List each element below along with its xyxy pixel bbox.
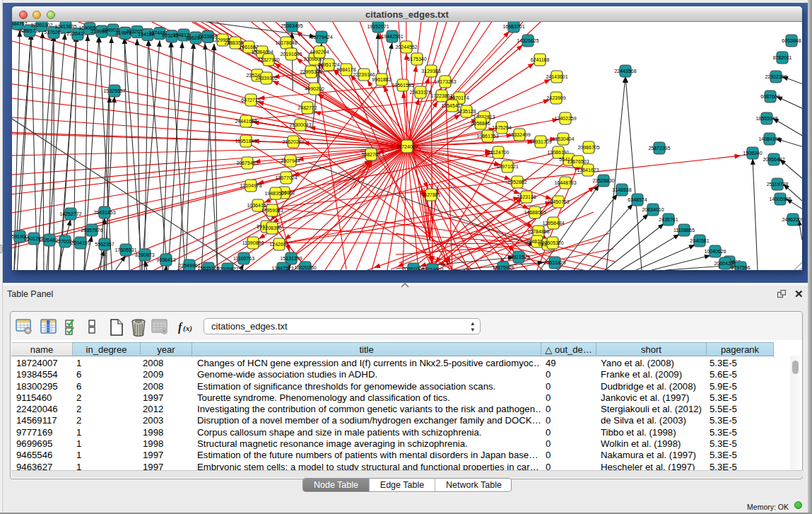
svg-text:12104978: 12104978 [240, 183, 261, 188]
svg-text:2204155: 2204155 [71, 240, 90, 245]
svg-text:16448783: 16448783 [554, 180, 576, 185]
svg-text:18971021: 18971021 [496, 164, 518, 169]
svg-text:17605531: 17605531 [114, 247, 136, 252]
svg-text:12402259: 12402259 [554, 116, 576, 121]
svg-text:13958484: 13958484 [542, 221, 564, 226]
svg-text:3129383: 3129383 [421, 69, 440, 74]
svg-text:22443568: 22443568 [614, 69, 636, 74]
svg-text:25119728: 25119728 [767, 182, 789, 187]
svg-text:25431853: 25431853 [93, 210, 115, 215]
svg-text:13641673: 13641673 [577, 168, 599, 173]
svg-text:16983761: 16983761 [502, 24, 524, 29]
svg-text:2482772: 2482772 [298, 105, 317, 110]
svg-text:20675483: 20675483 [236, 160, 258, 165]
svg-text:22026827: 22026827 [216, 267, 238, 271]
svg-text:15131399: 15131399 [280, 256, 302, 261]
svg-text:24339302: 24339302 [255, 76, 277, 81]
svg-text:22995305: 22995305 [300, 69, 322, 74]
svg-text:2435761: 2435761 [659, 217, 678, 222]
svg-text:14252772: 14252772 [59, 211, 81, 216]
svg-text:21124700: 21124700 [488, 150, 510, 155]
svg-text:15325557: 15325557 [103, 88, 125, 93]
svg-text:10040626: 10040626 [704, 249, 726, 254]
svg-text:6472715: 6472715 [241, 98, 260, 103]
svg-text:19483507: 19483507 [264, 191, 286, 196]
svg-text:10364152: 10364152 [247, 203, 269, 208]
svg-text:22302388: 22302388 [765, 74, 787, 79]
svg-text:15332499: 15332499 [508, 132, 530, 137]
svg-text:4990200: 4990200 [305, 86, 324, 91]
svg-text:1961682: 1961682 [239, 45, 258, 49]
svg-text:14005985: 14005985 [769, 197, 791, 201]
svg-text:6087602: 6087602 [760, 94, 779, 99]
svg-text:8280873: 8280873 [135, 252, 154, 257]
svg-text:20986705: 20986705 [577, 145, 599, 150]
svg-text:5175340: 5175340 [407, 57, 426, 62]
svg-text:1508240: 1508240 [743, 151, 762, 156]
svg-text:14084105: 14084105 [758, 136, 780, 141]
svg-text:19178648: 19178648 [275, 40, 297, 45]
svg-text:8782011: 8782011 [773, 55, 792, 60]
svg-text:23528830: 23528830 [592, 178, 614, 183]
svg-text:10861353: 10861353 [476, 134, 498, 139]
svg-text:3235128: 3235128 [457, 109, 476, 114]
svg-text:21620289: 21620289 [282, 139, 304, 144]
svg-text:5562357: 5562357 [95, 242, 114, 247]
svg-text:10784888: 10784888 [527, 229, 549, 234]
svg-text:7623136: 7623136 [517, 194, 536, 199]
svg-text:10561585: 10561585 [392, 83, 413, 88]
svg-text:6348574: 6348574 [628, 197, 647, 202]
svg-text:20191645: 20191645 [280, 52, 302, 57]
svg-text:6053848: 6053848 [782, 38, 801, 43]
svg-text:24962209: 24962209 [782, 217, 802, 222]
svg-text:22433176: 22433176 [409, 90, 431, 95]
svg-text:20244552: 20244552 [395, 45, 417, 49]
svg-text:13676503: 13676503 [567, 159, 589, 164]
svg-text:13947523: 13947523 [271, 266, 293, 271]
svg-text:12545415: 12545415 [441, 103, 463, 108]
svg-text:2208390: 2208390 [262, 226, 281, 230]
svg-text:20834010: 20834010 [642, 207, 664, 212]
svg-text:(x): (x) [183, 324, 192, 333]
svg-text:11530404: 11530404 [553, 136, 575, 141]
svg-text:9656413: 9656413 [156, 257, 175, 262]
svg-text:17959093: 17959093 [261, 208, 283, 213]
svg-text:24951724: 24951724 [317, 62, 339, 67]
svg-text:19442561: 19442561 [381, 34, 403, 39]
svg-text:24143601: 24143601 [546, 74, 567, 79]
svg-text:2507944: 2507944 [281, 158, 300, 163]
svg-text:1242690: 1242690 [269, 242, 288, 247]
svg-text:18724007: 18724007 [396, 144, 418, 149]
svg-text:2052862: 2052862 [507, 180, 526, 185]
svg-text:18450753: 18450753 [547, 199, 569, 204]
svg-text:20956482: 20956482 [763, 157, 784, 162]
svg-text:21300043: 21300043 [289, 122, 311, 127]
svg-text:6058846: 6058846 [471, 121, 490, 126]
svg-text:18020250: 18020250 [294, 265, 316, 270]
svg-text:8797596: 8797596 [731, 265, 750, 270]
svg-text:11100763: 11100763 [233, 256, 254, 261]
svg-text:14675976: 14675976 [492, 265, 514, 270]
svg-text:2423909: 2423909 [546, 95, 565, 100]
svg-text:6241168: 6241168 [531, 57, 550, 62]
svg-text:25872285: 25872285 [648, 146, 670, 151]
svg-text:18921525: 18921525 [507, 255, 529, 259]
svg-text:4492204: 4492204 [310, 49, 329, 54]
svg-text:20631829: 20631829 [543, 260, 565, 265]
svg-text:24441658: 24441658 [235, 119, 257, 124]
svg-text:11951840: 11951840 [235, 139, 257, 144]
svg-text:2040581: 2040581 [690, 238, 709, 243]
svg-text:1675294: 1675294 [492, 125, 511, 130]
svg-text:14325625: 14325625 [517, 38, 539, 43]
svg-text:3148538: 3148538 [612, 187, 631, 192]
svg-text:3582708: 3582708 [361, 152, 380, 157]
svg-text:11390802: 11390802 [242, 240, 264, 245]
svg-text:17173283: 17173283 [434, 79, 456, 84]
svg-text:13677024: 13677024 [275, 175, 297, 180]
svg-text:14931709: 14931709 [529, 139, 551, 144]
svg-text:18555048: 18555048 [755, 116, 777, 121]
svg-text:25063495: 25063495 [281, 23, 302, 28]
svg-text:14688065: 14688065 [524, 210, 546, 215]
svg-text:9961882: 9961882 [372, 77, 391, 82]
svg-text:11108865: 11108865 [673, 228, 695, 233]
